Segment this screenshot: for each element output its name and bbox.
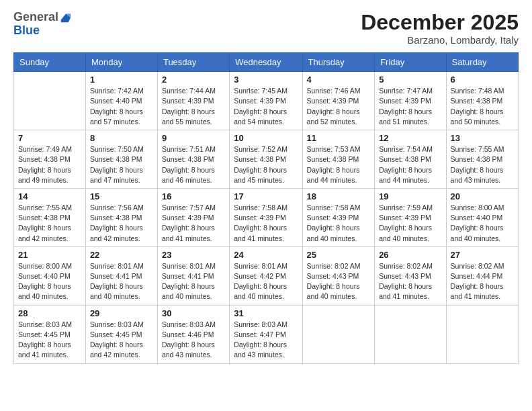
day-info: Sunrise: 8:03 AMSunset: 4:45 PMDaylight:… (18, 320, 81, 361)
weekday-row: Sunday Monday Tuesday Wednesday Thursday… (14, 53, 519, 72)
calendar-cell: 9Sunrise: 7:51 AMSunset: 4:38 PMDaylight… (157, 130, 229, 189)
calendar-cell: 11Sunrise: 7:53 AMSunset: 4:38 PMDayligh… (302, 130, 375, 189)
calendar-cell: 3Sunrise: 7:45 AMSunset: 4:39 PMDaylight… (230, 72, 302, 130)
day-number: 18 (307, 191, 371, 201)
day-info: Sunrise: 8:01 AMSunset: 4:41 PMDaylight:… (162, 261, 225, 302)
day-number: 10 (234, 133, 298, 143)
day-info: Sunrise: 7:58 AMSunset: 4:39 PMDaylight:… (234, 203, 298, 244)
day-info: Sunrise: 7:46 AMSunset: 4:39 PMDaylight:… (307, 86, 371, 127)
calendar-cell: 17Sunrise: 7:58 AMSunset: 4:39 PMDayligh… (230, 188, 302, 246)
calendar-cell (14, 72, 86, 130)
calendar-cell: 30Sunrise: 8:03 AMSunset: 4:46 PMDayligh… (157, 305, 229, 363)
weekday-tuesday: Tuesday (157, 53, 229, 72)
day-number: 17 (234, 191, 298, 201)
calendar-week-row: 14Sunrise: 7:55 AMSunset: 4:38 PMDayligh… (14, 188, 519, 246)
weekday-wednesday: Wednesday (230, 53, 302, 72)
day-number: 25 (307, 250, 371, 260)
header: General Blue December 2025 Barzano, Lomb… (13, 11, 519, 46)
day-info: Sunrise: 7:54 AMSunset: 4:38 PMDaylight:… (379, 144, 441, 185)
day-info: Sunrise: 7:55 AMSunset: 4:38 PMDaylight:… (18, 203, 81, 244)
calendar-cell: 19Sunrise: 7:59 AMSunset: 4:39 PMDayligh… (375, 188, 446, 246)
calendar-cell: 22Sunrise: 8:01 AMSunset: 4:41 PMDayligh… (85, 246, 157, 305)
day-number: 11 (307, 133, 371, 143)
day-info: Sunrise: 7:42 AMSunset: 4:40 PMDaylight:… (90, 86, 153, 127)
calendar-cell: 6Sunrise: 7:48 AMSunset: 4:38 PMDaylight… (446, 72, 518, 130)
day-info: Sunrise: 7:44 AMSunset: 4:39 PMDaylight:… (162, 86, 225, 127)
calendar-cell: 5Sunrise: 7:47 AMSunset: 4:39 PMDaylight… (375, 72, 446, 130)
day-info: Sunrise: 7:45 AMSunset: 4:39 PMDaylight:… (234, 86, 298, 127)
month-title: December 2025 (361, 11, 519, 34)
day-number: 20 (451, 191, 514, 201)
day-number: 23 (162, 250, 225, 260)
day-number: 3 (234, 75, 298, 85)
calendar-cell: 26Sunrise: 8:02 AMSunset: 4:43 PMDayligh… (375, 246, 446, 305)
calendar-cell: 21Sunrise: 8:00 AMSunset: 4:40 PMDayligh… (14, 246, 86, 305)
calendar-cell: 29Sunrise: 8:03 AMSunset: 4:45 PMDayligh… (85, 305, 157, 363)
calendar-cell: 14Sunrise: 7:55 AMSunset: 4:38 PMDayligh… (14, 188, 86, 246)
calendar-cell: 16Sunrise: 7:57 AMSunset: 4:39 PMDayligh… (157, 188, 229, 246)
day-info: Sunrise: 7:52 AMSunset: 4:38 PMDaylight:… (234, 144, 298, 185)
calendar-cell: 28Sunrise: 8:03 AMSunset: 4:45 PMDayligh… (14, 305, 86, 363)
calendar-cell: 8Sunrise: 7:50 AMSunset: 4:38 PMDaylight… (85, 130, 157, 189)
day-info: Sunrise: 8:02 AMSunset: 4:43 PMDaylight:… (379, 261, 441, 302)
day-info: Sunrise: 8:03 AMSunset: 4:45 PMDaylight:… (90, 320, 153, 361)
day-number: 6 (451, 75, 514, 85)
calendar-cell: 15Sunrise: 7:56 AMSunset: 4:38 PMDayligh… (85, 188, 157, 246)
day-info: Sunrise: 7:59 AMSunset: 4:39 PMDaylight:… (379, 203, 441, 244)
day-number: 14 (18, 191, 81, 201)
weekday-monday: Monday (85, 53, 157, 72)
day-info: Sunrise: 7:51 AMSunset: 4:38 PMDaylight:… (162, 144, 225, 185)
calendar-cell: 13Sunrise: 7:55 AMSunset: 4:38 PMDayligh… (446, 130, 518, 189)
day-number: 24 (234, 250, 298, 260)
day-number: 1 (90, 75, 153, 85)
calendar-cell (375, 305, 446, 363)
calendar-cell: 31Sunrise: 8:03 AMSunset: 4:47 PMDayligh… (230, 305, 302, 363)
day-info: Sunrise: 8:03 AMSunset: 4:47 PMDaylight:… (234, 320, 298, 361)
day-number: 13 (451, 133, 514, 143)
day-number: 21 (18, 250, 81, 260)
day-info: Sunrise: 7:55 AMSunset: 4:38 PMDaylight:… (451, 144, 514, 185)
calendar-week-row: 21Sunrise: 8:00 AMSunset: 4:40 PMDayligh… (14, 246, 519, 305)
calendar-cell: 1Sunrise: 7:42 AMSunset: 4:40 PMDaylight… (85, 72, 157, 130)
location-text: Barzano, Lombardy, Italy (361, 34, 519, 46)
calendar-cell: 25Sunrise: 8:02 AMSunset: 4:43 PMDayligh… (302, 246, 375, 305)
day-number: 12 (379, 133, 441, 143)
day-number: 31 (234, 308, 298, 318)
day-info: Sunrise: 7:47 AMSunset: 4:39 PMDaylight:… (379, 86, 441, 127)
day-info: Sunrise: 8:00 AMSunset: 4:40 PMDaylight:… (451, 203, 514, 244)
weekday-sunday: Sunday (14, 53, 86, 72)
day-number: 2 (162, 75, 225, 85)
day-number: 8 (90, 133, 153, 143)
calendar-header: Sunday Monday Tuesday Wednesday Thursday… (14, 53, 519, 72)
day-number: 27 (451, 250, 514, 260)
calendar-cell: 23Sunrise: 8:01 AMSunset: 4:41 PMDayligh… (157, 246, 229, 305)
weekday-saturday: Saturday (446, 53, 518, 72)
day-info: Sunrise: 8:01 AMSunset: 4:41 PMDaylight:… (90, 261, 153, 302)
day-number: 22 (90, 250, 153, 260)
day-info: Sunrise: 7:57 AMSunset: 4:39 PMDaylight:… (162, 203, 225, 244)
day-info: Sunrise: 8:02 AMSunset: 4:44 PMDaylight:… (451, 261, 514, 302)
day-number: 4 (307, 75, 371, 85)
calendar-cell: 2Sunrise: 7:44 AMSunset: 4:39 PMDaylight… (157, 72, 229, 130)
day-number: 16 (162, 191, 225, 201)
day-number: 5 (379, 75, 441, 85)
calendar-table: Sunday Monday Tuesday Wednesday Thursday… (13, 52, 519, 363)
day-info: Sunrise: 8:03 AMSunset: 4:46 PMDaylight:… (162, 320, 225, 361)
day-number: 30 (162, 308, 225, 318)
day-number: 29 (90, 308, 153, 318)
day-number: 26 (379, 250, 441, 260)
day-number: 28 (18, 308, 81, 318)
day-info: Sunrise: 7:56 AMSunset: 4:38 PMDaylight:… (90, 203, 153, 244)
calendar-cell: 18Sunrise: 7:58 AMSunset: 4:39 PMDayligh… (302, 188, 375, 246)
calendar-cell (302, 305, 375, 363)
day-info: Sunrise: 7:50 AMSunset: 4:38 PMDaylight:… (90, 144, 153, 185)
weekday-friday: Friday (375, 53, 446, 72)
day-number: 15 (90, 191, 153, 201)
calendar-week-row: 1Sunrise: 7:42 AMSunset: 4:40 PMDaylight… (14, 72, 519, 130)
page-container: General Blue December 2025 Barzano, Lomb… (0, 0, 532, 371)
logo-general-text: General (13, 11, 58, 24)
day-number: 7 (18, 133, 81, 143)
title-block: December 2025 Barzano, Lombardy, Italy (361, 11, 519, 46)
calendar-cell: 24Sunrise: 8:01 AMSunset: 4:42 PMDayligh… (230, 246, 302, 305)
calendar-week-row: 28Sunrise: 8:03 AMSunset: 4:45 PMDayligh… (14, 305, 519, 363)
